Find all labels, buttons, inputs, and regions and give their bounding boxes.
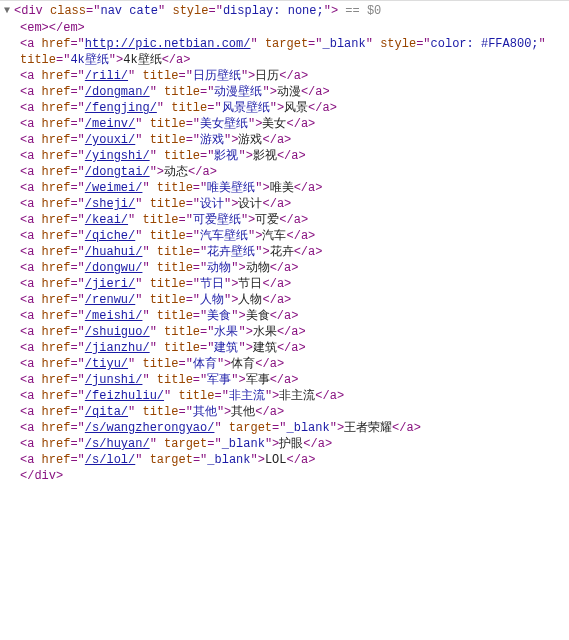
anchor-text: 动物 [246,261,270,275]
anchor-text: 美食 [246,309,270,323]
element-node-anchor[interactable]: <a href="/qita/" title="其他">其他</a> [0,404,569,420]
element-node-anchor[interactable]: <a href="/renwu/" title="人物">人物</a> [0,292,569,308]
href-link[interactable]: /jianzhu/ [85,341,150,355]
element-node-anchor[interactable]: <a href="http://pic.netbian.com/" target… [0,36,569,68]
anchor-text: 节日 [238,277,262,291]
anchor-text: 动态 [164,165,188,179]
element-node-anchor[interactable]: <a href="/huahui/" title="花卉壁纸">花卉</a> [0,244,569,260]
href-link[interactable]: /jieri/ [85,277,135,291]
anchor-text: 可爱 [255,213,279,227]
anchor-text: 美女 [262,117,286,131]
element-node-div-open[interactable]: ▼<div class="nav cate" style="display: n… [0,3,569,20]
href-link[interactable]: /weimei/ [85,181,143,195]
element-node-anchor[interactable]: <a href="/jieri/" title="节日">节日</a> [0,276,569,292]
anchor-text: LOL [265,453,287,467]
element-node-anchor[interactable]: <a href="/qiche/" title="汽车壁纸">汽车</a> [0,228,569,244]
element-node-anchor[interactable]: <a href="/yingshi/" title="影视">影视</a> [0,148,569,164]
element-node-anchor[interactable]: <a href="/fengjing/" title="风景壁纸">风景</a> [0,100,569,116]
anchor-text: 4k壁纸 [123,53,161,67]
element-node-anchor[interactable]: <a href="/s/wangzherongyao/" target="_bl… [0,420,569,436]
element-node-anchor[interactable]: <a href="/keai/" title="可爱壁纸">可爱</a> [0,212,569,228]
anchor-text: 其他 [231,405,255,419]
href-link[interactable]: /sheji/ [85,197,135,211]
anchor-text: 日历 [255,69,279,83]
closing-tag: </div> [20,469,63,483]
tag-name: div [21,4,43,18]
href-link[interactable]: /qita/ [85,405,128,419]
href-link[interactable]: /fengjing/ [85,101,157,115]
anchor-text: 体育 [231,357,255,371]
element-node-anchor[interactable]: <a href="/sheji/" title="设计">设计</a> [0,196,569,212]
anchor-text: 建筑 [253,341,277,355]
anchor-text: 护眼 [279,437,303,451]
href-link[interactable]: /shuiguo/ [85,325,150,339]
anchor-text: 水果 [253,325,277,339]
href-link[interactable]: /dongwu/ [85,261,143,275]
href-link[interactable]: /meinv/ [85,117,135,131]
em-raw: <em></em> [20,21,85,35]
element-node-anchor[interactable]: <a href="/jianzhu/" title="建筑">建筑</a> [0,340,569,356]
devtools-elements-panel[interactable]: ▼<div class="nav cate" style="display: n… [0,0,569,486]
href-link[interactable]: /meishi/ [85,309,143,323]
element-node-anchor[interactable]: <a href="/rili/" title="日历壁纸">日历</a> [0,68,569,84]
element-node-anchor[interactable]: <a href="/youxi/" title="游戏">游戏</a> [0,132,569,148]
anchor-text: 设计 [238,197,262,211]
anchor-text: 非主流 [279,389,315,403]
anchor-text: 军事 [246,373,270,387]
anchor-text: 影视 [253,149,277,163]
href-link[interactable]: http://pic.netbian.com/ [85,37,251,51]
href-link[interactable]: /qiche/ [85,229,135,243]
element-node-anchor[interactable]: <a href="/dongtai/">动态</a> [0,164,569,180]
href-link[interactable]: /s/lol/ [85,453,135,467]
href-link[interactable]: /feizhuliu/ [85,389,164,403]
anchor-text: 人物 [238,293,262,307]
selected-node-hint: == $0 [338,4,381,18]
element-node-anchor[interactable]: <a href="/dongman/" title="动漫壁纸">动漫</a> [0,84,569,100]
anchor-text: 王者荣耀 [344,421,392,435]
href-link[interactable]: /s/huyan/ [85,437,150,451]
href-link[interactable]: /keai/ [85,213,128,227]
href-link[interactable]: /rili/ [85,69,128,83]
element-node-em[interactable]: <em></em> [0,20,569,36]
href-link[interactable]: /tiyu/ [85,357,128,371]
href-link[interactable]: /youxi/ [85,133,135,147]
element-node-anchor[interactable]: <a href="/meinv/" title="美女壁纸">美女</a> [0,116,569,132]
anchor-text: 花卉 [270,245,294,259]
href-link[interactable]: /renwu/ [85,293,135,307]
anchor-text: 风景 [284,101,308,115]
href-link[interactable]: /junshi/ [85,373,143,387]
element-node-anchor[interactable]: <a href="/tiyu/" title="体育">体育</a> [0,356,569,372]
element-node-div-close[interactable]: </div> [0,468,569,484]
href-link[interactable]: /huahui/ [85,245,143,259]
anchor-text: 汽车 [262,229,286,243]
expand-toggle-icon[interactable]: ▼ [4,3,14,19]
element-node-anchor[interactable]: <a href="/feizhuliu/" title="非主流">非主流</a… [0,388,569,404]
element-node-anchor[interactable]: <a href="/s/lol/" target="_blank">LOL</a… [0,452,569,468]
href-link[interactable]: /yingshi/ [85,149,150,163]
element-node-anchor[interactable]: <a href="/shuiguo/" title="水果">水果</a> [0,324,569,340]
href-link[interactable]: /dongman/ [85,85,150,99]
href-link[interactable]: /s/wangzherongyao/ [85,421,215,435]
element-node-anchor[interactable]: <a href="/meishi/" title="美食">美食</a> [0,308,569,324]
anchor-text: 动漫 [277,85,301,99]
element-node-anchor[interactable]: <a href="/weimei/" title="唯美壁纸">唯美</a> [0,180,569,196]
element-node-anchor[interactable]: <a href="/junshi/" title="军事">军事</a> [0,372,569,388]
anchor-text: 游戏 [238,133,262,147]
anchor-text: 唯美 [270,181,294,195]
href-link[interactable]: /dongtai/ [85,165,150,179]
element-node-anchor[interactable]: <a href="/dongwu/" title="动物">动物</a> [0,260,569,276]
element-node-anchor[interactable]: <a href="/s/huyan/" target="_blank">护眼</… [0,436,569,452]
